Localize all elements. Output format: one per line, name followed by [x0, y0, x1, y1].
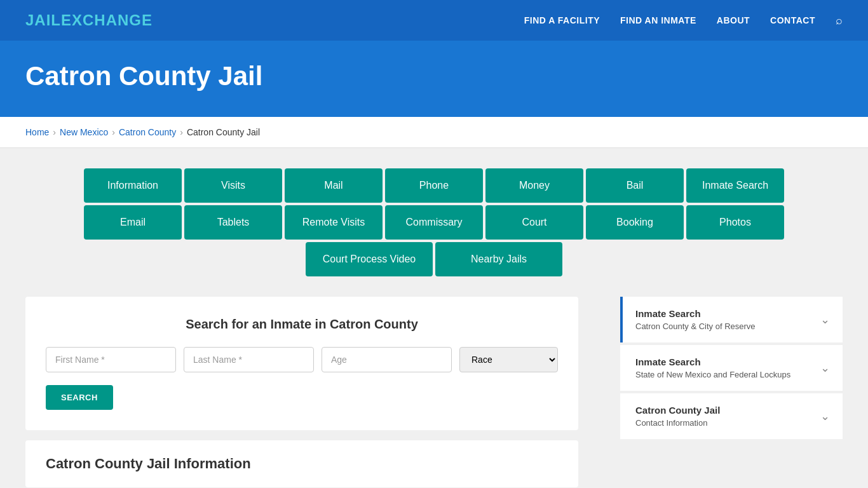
logo-exchange: EXCHANGE [61, 11, 153, 29]
info-heading: Catron County Jail Information [46, 456, 558, 472]
btn-court[interactable]: Court [485, 205, 583, 240]
btn-court-process-video[interactable]: Court Process Video [306, 242, 433, 276]
sidebar-card-title-2: Inmate Search [635, 356, 790, 367]
breadcrumb-catron-county[interactable]: Catron County [119, 127, 176, 137]
navigation-grid: Information Visits Mail Phone Money Bail… [25, 168, 843, 276]
btn-inmate-search[interactable]: Inmate Search [686, 168, 784, 203]
main-content: Information Visits Mail Phone Money Bail… [0, 148, 868, 488]
btn-information[interactable]: Information [84, 168, 182, 203]
sidebar-item-inmate-search-local[interactable]: Inmate Search Catron County & City of Re… [620, 297, 843, 342]
chevron-down-icon-1: ⌄ [820, 313, 830, 327]
search-icon[interactable]: ⌕ [836, 14, 843, 27]
btn-bail[interactable]: Bail [586, 168, 684, 203]
first-name-input[interactable] [46, 347, 176, 372]
header: JAILEXCHANGE FIND A FACILITY FIND AN INM… [0, 0, 868, 41]
info-section: Catron County Jail Information [25, 440, 578, 487]
btn-visits[interactable]: Visits [184, 168, 282, 203]
logo[interactable]: JAILEXCHANGE [25, 11, 153, 29]
race-select[interactable]: Race White Black Hispanic Asian Other [459, 347, 558, 372]
chevron-down-icon-2: ⌄ [820, 361, 830, 375]
btn-commissary[interactable]: Commissary [385, 205, 483, 240]
btn-booking[interactable]: Booking [586, 205, 684, 240]
sidebar-item-contact-info[interactable]: Catron County Jail Contact Information ⌄ [620, 393, 843, 439]
btn-email[interactable]: Email [84, 205, 182, 240]
nav-find-facility[interactable]: FIND A FACILITY [524, 15, 600, 25]
grid-row-3: Court Process Video Nearby Jails [25, 242, 843, 276]
breadcrumb-new-mexico[interactable]: New Mexico [60, 127, 108, 137]
sidebar-card-sub-3: Contact Information [635, 418, 720, 428]
btn-nearby-jails[interactable]: Nearby Jails [435, 242, 562, 276]
grid-row-1: Information Visits Mail Phone Money Bail… [25, 168, 843, 203]
main-nav: FIND A FACILITY FIND AN INMATE ABOUT CON… [524, 14, 843, 27]
search-fields: Race White Black Hispanic Asian Other [46, 347, 558, 372]
breadcrumb-sep-2: › [112, 127, 115, 137]
sidebar-card-title-1: Inmate Search [635, 308, 756, 319]
btn-tablets[interactable]: Tablets [184, 205, 282, 240]
btn-money[interactable]: Money [485, 168, 583, 203]
btn-remote-visits[interactable]: Remote Visits [285, 205, 383, 240]
page-title: Catron County Jail [25, 61, 843, 92]
sidebar-card-sub-2: State of New Mexico and Federal Lockups [635, 370, 790, 379]
sidebar-card-sub-1: Catron County & City of Reserve [635, 322, 756, 331]
btn-phone[interactable]: Phone [385, 168, 483, 203]
nav-about[interactable]: ABOUT [717, 15, 750, 25]
age-input[interactable] [322, 347, 452, 372]
btn-photos[interactable]: Photos [686, 205, 784, 240]
search-heading: Search for an Inmate in Catron County [46, 317, 558, 332]
chevron-down-icon-3: ⌄ [820, 409, 830, 423]
breadcrumb-current: Catron County Jail [187, 127, 260, 137]
btn-mail[interactable]: Mail [285, 168, 383, 203]
sidebar: Inmate Search Catron County & City of Re… [620, 297, 843, 487]
search-button[interactable]: SEARCH [46, 385, 113, 410]
sidebar-card-title-3: Catron County Jail [635, 405, 720, 416]
inmate-search-box: Search for an Inmate in Catron County Ra… [25, 297, 578, 430]
breadcrumb-sep-1: › [53, 127, 56, 137]
sidebar-item-inmate-search-state[interactable]: Inmate Search State of New Mexico and Fe… [620, 345, 843, 391]
left-column: Search for an Inmate in Catron County Ra… [25, 297, 605, 487]
breadcrumb-home[interactable]: Home [25, 127, 49, 137]
breadcrumb: Home › New Mexico › Catron County › Catr… [0, 117, 868, 148]
content-area: Search for an Inmate in Catron County Ra… [25, 297, 843, 487]
nav-find-inmate[interactable]: FIND AN INMATE [620, 15, 696, 25]
hero-section: Catron County Jail [0, 41, 868, 117]
last-name-input[interactable] [184, 347, 314, 372]
breadcrumb-sep-3: › [180, 127, 183, 137]
nav-contact[interactable]: CONTACT [770, 15, 815, 25]
grid-row-2: Email Tablets Remote Visits Commissary C… [25, 205, 843, 240]
logo-jail: JAIL [25, 11, 61, 29]
